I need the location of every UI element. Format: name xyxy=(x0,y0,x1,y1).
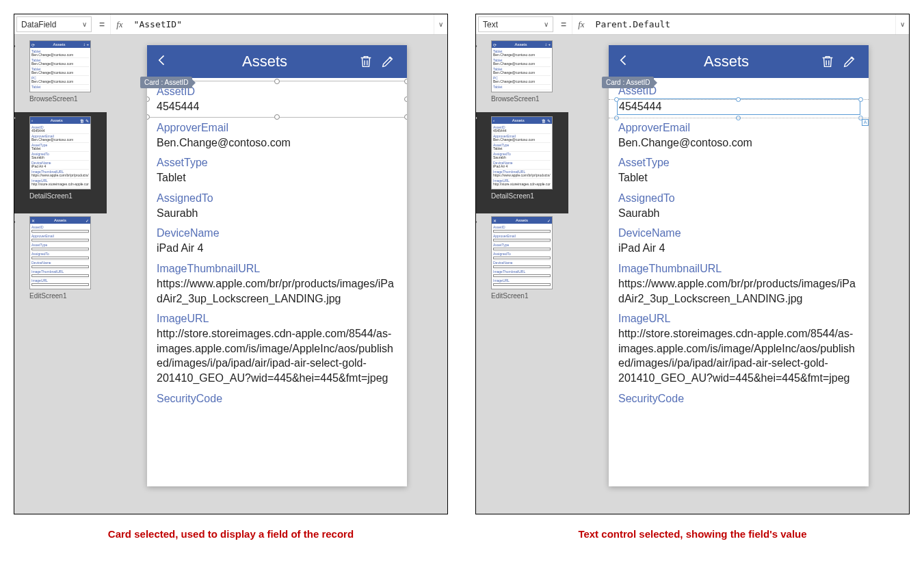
thumb-label: BrowseScreen1 xyxy=(29,95,103,103)
form-fields: AssetID 4545444 A ApproverEmailBen.Chang… xyxy=(609,78,869,486)
thumb-detail[interactable]: ••• ‹Assets🗑 ✎ AssetID4545444 ApproverEm… xyxy=(14,112,107,213)
canvas[interactable]: Card : AssetID Assets xyxy=(568,35,909,514)
phone-preview: Card : AssetID Assets xyxy=(609,45,869,486)
app-header: Assets xyxy=(147,45,407,78)
fx-label: fx xyxy=(572,14,590,34)
panel-text-selected: Text ∨ = fx Parent.Default ∨ ••• ⟳Assets… xyxy=(475,14,910,514)
selection-tag[interactable]: Card : AssetID xyxy=(140,77,192,88)
formula-bar: Text ∨ = fx Parent.Default ∨ xyxy=(476,14,909,35)
card-devicename[interactable]: DeviceNameiPad Air 4 xyxy=(157,223,397,259)
card-devicename[interactable]: DeviceNameiPad Air 4 xyxy=(618,223,859,259)
screen-thumbnails: ••• ⟳Assets↕ + TabletBen.Change@contoso.… xyxy=(476,35,568,514)
more-icon[interactable]: ••• xyxy=(476,42,477,50)
resize-handle[interactable] xyxy=(147,96,150,102)
card-assettype[interactable]: AssetTypeTablet xyxy=(157,153,397,188)
form-fields: AssetID 4545444 ApproverEmailBen.Change@… xyxy=(147,78,407,486)
expand-formula-button[interactable]: ∨ xyxy=(895,14,909,34)
phone-preview: Card : AssetID Assets xyxy=(147,45,407,486)
thumb-edit[interactable]: ••• ✕Assets✓ AssetID ApproverEmail Asset… xyxy=(18,216,103,300)
back-icon[interactable] xyxy=(617,52,636,71)
resize-handle[interactable] xyxy=(614,97,619,102)
card-assignedto[interactable]: AssignedToSaurabh xyxy=(618,188,859,224)
thumb-browse[interactable]: ••• ⟳Assets↕ + TabletBen.Change@contoso.… xyxy=(18,40,103,103)
more-icon[interactable]: ••• xyxy=(476,114,477,122)
formula-input[interactable]: Parent.Default xyxy=(590,14,895,34)
property-dropdown-value: DataField xyxy=(21,20,56,29)
property-dropdown[interactable]: DataField ∨ xyxy=(16,16,92,32)
card-assignedto[interactable]: AssignedToSaurabh xyxy=(157,188,397,224)
thumb-label: EditScreen1 xyxy=(29,292,103,300)
thumb-title: Assets xyxy=(54,218,66,222)
app-title: Assets xyxy=(174,53,355,70)
card-approveremail[interactable]: ApproverEmailBen.Change@contoso.com xyxy=(157,118,397,153)
thumb-edit[interactable]: ••• ✕Assets✓ AssetID ApproverEmail Asset… xyxy=(480,216,564,300)
caption-right: Text control selected, showing the field… xyxy=(475,528,910,540)
resize-handle[interactable] xyxy=(404,96,407,102)
canvas[interactable]: Card : AssetID Assets xyxy=(107,35,447,514)
formula-bar: DataField ∨ = fx "AssetID" ∨ xyxy=(14,14,447,35)
chevron-down-icon: ∨ xyxy=(438,21,443,28)
card-imagethumbnailurl[interactable]: ImageThumbnailURLhttps://www.apple.com/b… xyxy=(157,259,397,309)
resize-handle[interactable] xyxy=(858,97,863,102)
resize-handle[interactable] xyxy=(404,79,407,84)
edit-icon[interactable] xyxy=(377,54,399,69)
back-icon[interactable] xyxy=(155,52,174,71)
thumb-title: Assets xyxy=(53,42,65,47)
card-imageurl[interactable]: ImageURLhttp://store.storeimages.cdn-app… xyxy=(157,309,397,388)
resize-handle[interactable] xyxy=(147,114,150,120)
thumb-browse[interactable]: ••• ⟳Assets↕ + TabletBen.Change@contoso.… xyxy=(480,40,564,103)
more-icon[interactable]: ••• xyxy=(14,218,15,226)
chevron-down-icon: ∨ xyxy=(900,21,905,28)
equals-label: = xyxy=(94,14,111,34)
resize-handle[interactable] xyxy=(404,114,407,120)
card-assetid[interactable]: AssetID 4545444 A xyxy=(618,81,859,118)
text-indicator-icon: A xyxy=(862,119,869,126)
card-approveremail[interactable]: ApproverEmailBen.Change@contoso.com xyxy=(618,118,859,153)
card-assettype[interactable]: AssetTypeTablet xyxy=(618,153,859,188)
property-dropdown-value: Text xyxy=(483,20,498,29)
app-header: Assets xyxy=(609,45,869,78)
more-icon[interactable]: ••• xyxy=(476,218,477,226)
field-value[interactable]: 4545444 xyxy=(157,99,397,114)
edit-icon[interactable] xyxy=(839,54,860,69)
card-imageurl[interactable]: ImageURLhttp://store.storeimages.cdn-app… xyxy=(618,309,859,388)
screen-thumbnails: ••• ⟳Assets↕ + TabletBen.Change@contoso.… xyxy=(14,35,107,514)
selection-tag[interactable]: Card : AssetID xyxy=(602,77,654,88)
field-label: AssetID xyxy=(157,86,397,98)
resize-handle[interactable] xyxy=(736,97,741,102)
delete-icon[interactable] xyxy=(817,54,839,69)
more-icon[interactable]: ••• xyxy=(14,42,15,50)
delete-icon[interactable] xyxy=(355,54,377,69)
expand-formula-button[interactable]: ∨ xyxy=(434,14,447,34)
chevron-down-icon: ∨ xyxy=(544,21,549,28)
resize-handle[interactable] xyxy=(274,79,280,84)
formula-input[interactable]: "AssetID" xyxy=(129,14,434,34)
card-securitycode[interactable]: SecurityCode xyxy=(157,389,397,409)
panel-card-selected: DataField ∨ = fx "AssetID" ∨ ••• ⟳Assets… xyxy=(14,14,448,514)
field-label: AssetID xyxy=(618,85,859,97)
card-securitycode[interactable]: SecurityCode xyxy=(618,389,859,409)
fx-label: fx xyxy=(111,14,128,34)
thumb-label: DetailScreen1 xyxy=(29,192,103,200)
more-icon[interactable]: ••• xyxy=(14,114,15,122)
app-title: Assets xyxy=(636,53,817,70)
property-dropdown[interactable]: Text ∨ xyxy=(478,16,553,32)
thumb-title: Assets xyxy=(51,118,63,122)
thumb-detail[interactable]: ••• ‹Assets🗑 ✎ AssetID4545444 ApproverEm… xyxy=(476,112,568,213)
equals-label: = xyxy=(555,14,572,34)
card-imagethumbnailurl[interactable]: ImageThumbnailURLhttps://www.apple.com/b… xyxy=(618,259,859,309)
caption-left: Card selected, used to display a field o… xyxy=(14,528,448,540)
chevron-down-icon: ∨ xyxy=(82,21,87,28)
